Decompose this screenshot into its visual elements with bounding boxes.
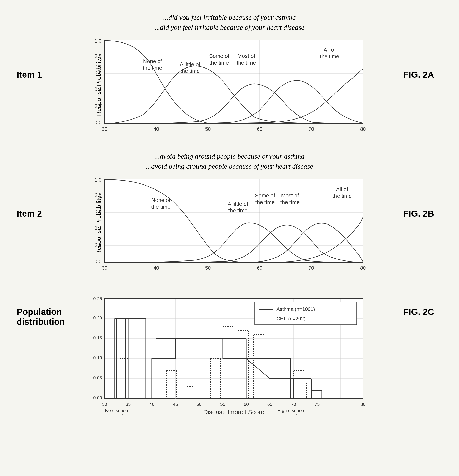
svg-text:1.0: 1.0 [94, 177, 101, 183]
svg-text:50: 50 [205, 265, 211, 271]
svg-rect-148 [255, 302, 357, 325]
svg-text:None of: None of [143, 58, 162, 64]
fig2b-chart: 0.0 0.2 0.4 0.6 0.8 1.0 30 40 50 60 70 8… [84, 175, 375, 275]
svg-text:the time: the time [180, 68, 199, 74]
fig2b-title: ...avoid being around people because of … [146, 151, 313, 171]
svg-text:0.0: 0.0 [94, 259, 101, 264]
item1-label: Item 1 [17, 70, 62, 80]
svg-text:Some of: Some of [209, 53, 229, 59]
svg-text:70: 70 [308, 265, 314, 271]
svg-text:the time: the time [143, 65, 162, 71]
svg-text:the time: the time [320, 53, 339, 60]
svg-text:Disease Impact Score: Disease Impact Score [203, 408, 264, 415]
svg-text:40: 40 [149, 402, 154, 407]
svg-text:the time: the time [236, 60, 256, 66]
population-label: Population distribution [17, 290, 62, 327]
fig2c-container: 0.00 0.05 0.10 0.15 0.20 0.25 30 35 40 4… [62, 290, 397, 416]
svg-text:the time: the time [280, 199, 300, 205]
page: Item 1 ...did you feel irritable because… [0, 0, 459, 476]
svg-text:the time: the time [332, 193, 352, 199]
fig2a-y-axis-label: Response Probability [95, 57, 102, 116]
svg-text:impact: impact [284, 413, 297, 415]
svg-text:80: 80 [360, 265, 366, 271]
fig2a-label: FIG. 2A [397, 70, 442, 80]
fig2b-title-line2: ...avoid being around people because of … [146, 162, 313, 170]
svg-text:0.10: 0.10 [93, 355, 102, 360]
svg-text:60: 60 [257, 265, 262, 271]
fig2a-title-line1: ...did you feel irritable because of you… [163, 14, 296, 21]
svg-text:30: 30 [102, 126, 107, 132]
svg-text:50: 50 [196, 402, 201, 407]
svg-text:50: 50 [205, 126, 211, 132]
svg-text:55: 55 [220, 402, 225, 407]
svg-text:0.0: 0.0 [94, 120, 101, 125]
fig2c-label: FIG. 2C [397, 290, 442, 317]
svg-text:80: 80 [360, 402, 365, 407]
svg-text:A little of: A little of [227, 201, 248, 207]
population-label-text: Population distribution [17, 307, 65, 327]
svg-text:45: 45 [173, 402, 178, 407]
svg-text:A little of: A little of [180, 61, 200, 68]
figure-2a-block: Item 1 ...did you feel irritable because… [17, 12, 442, 137]
svg-text:1.0: 1.0 [94, 38, 101, 44]
svg-text:the time: the time [209, 60, 229, 66]
svg-text:30: 30 [102, 402, 107, 407]
figure-2b-block: Item 2 ...avoid being around people beca… [17, 151, 442, 276]
svg-text:Asthma (n=1001): Asthma (n=1001) [277, 306, 315, 312]
fig2b-y-axis-label: Response Probability [95, 196, 102, 255]
svg-text:the time: the time [228, 207, 248, 214]
svg-text:None of: None of [151, 197, 170, 203]
figure-2c-block: Population distribution [17, 290, 442, 416]
fig2b-label: FIG. 2B [397, 209, 442, 219]
fig2b-title-line1: ...avoid being around people because of … [154, 153, 304, 160]
svg-text:0.15: 0.15 [93, 335, 102, 340]
svg-text:75: 75 [314, 402, 319, 407]
svg-text:0.25: 0.25 [93, 296, 102, 301]
svg-text:40: 40 [153, 126, 159, 132]
svg-text:80: 80 [360, 126, 366, 132]
item2-label: Item 2 [17, 209, 62, 219]
svg-text:the time: the time [255, 199, 275, 205]
svg-text:impact: impact [110, 413, 123, 415]
svg-text:60: 60 [257, 126, 262, 132]
svg-text:70: 70 [291, 402, 296, 407]
svg-text:Some of: Some of [255, 192, 275, 199]
fig2a-title-line2: ...did you feel irritable because of you… [155, 24, 304, 31]
svg-text:Most of: Most of [281, 192, 299, 199]
svg-text:70: 70 [308, 126, 314, 132]
svg-rect-31 [104, 179, 363, 262]
svg-text:No disease: No disease [105, 408, 128, 413]
svg-text:Most of: Most of [237, 53, 255, 59]
svg-text:35: 35 [125, 402, 130, 407]
svg-text:40: 40 [153, 265, 159, 271]
svg-text:0.20: 0.20 [93, 315, 102, 321]
svg-text:the time: the time [151, 204, 170, 210]
fig2b-container: ...avoid being around people because of … [62, 151, 397, 276]
svg-text:0.05: 0.05 [93, 375, 102, 380]
svg-text:30: 30 [102, 265, 107, 271]
svg-text:All of: All of [336, 186, 348, 192]
fig2a-chart: 0.0 0.2 0.4 0.6 0.8 1.0 30 40 50 60 70 8… [84, 36, 375, 136]
svg-text:CHF (n=202): CHF (n=202) [277, 316, 305, 322]
svg-text:0.00: 0.00 [93, 395, 102, 400]
svg-text:60: 60 [243, 402, 249, 407]
fig2a-title: ...did you feel irritable because of you… [155, 12, 304, 32]
svg-text:High disease: High disease [277, 408, 304, 413]
svg-text:65: 65 [267, 402, 272, 407]
fig2a-container: ...did you feel irritable because of you… [62, 12, 397, 137]
fig2c-chart: 0.00 0.05 0.10 0.15 0.20 0.25 30 35 40 4… [84, 294, 375, 415]
svg-text:All of: All of [324, 47, 336, 53]
